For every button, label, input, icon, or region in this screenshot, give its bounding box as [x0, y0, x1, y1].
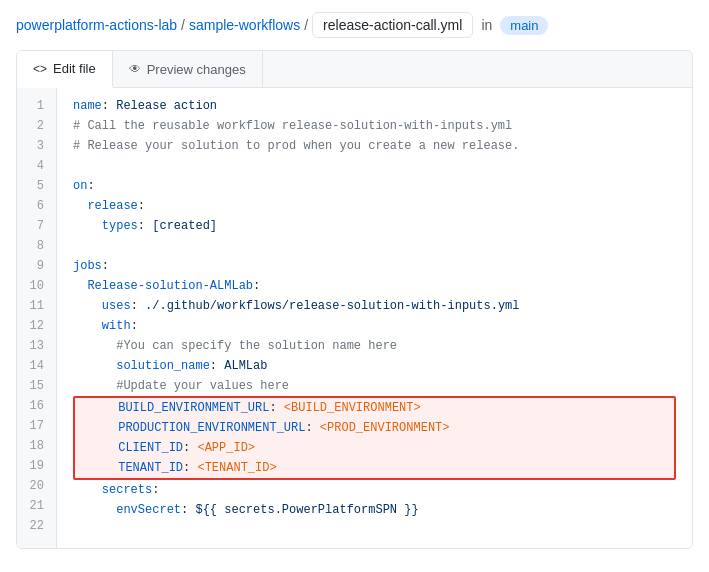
- separator1: /: [181, 17, 185, 33]
- code-line: BUILD_ENVIRONMENT_URL: <BUILD_ENVIRONMEN…: [75, 398, 674, 418]
- code-line: name: Release action: [73, 96, 676, 116]
- highlighted-block: BUILD_ENVIRONMENT_URL: <BUILD_ENVIRONMEN…: [73, 396, 676, 480]
- code-line: solution_name: ALMLab: [73, 356, 676, 376]
- folder-link[interactable]: sample-workflows: [189, 17, 300, 33]
- code-line: Release-solution-ALMLab:: [73, 276, 676, 296]
- eye-icon: 👁: [129, 62, 141, 76]
- line-number: 14: [29, 356, 44, 376]
- code-lines[interactable]: name: Release action# Call the reusable …: [57, 88, 692, 548]
- line-number: 18: [29, 436, 44, 456]
- in-label: in: [481, 17, 492, 33]
- code-area: 12345678910111213141516171819202122 name…: [17, 88, 692, 548]
- code-line: on:: [73, 176, 676, 196]
- code-line: [73, 236, 676, 256]
- branch-badge: main: [500, 16, 548, 35]
- line-number: 15: [29, 376, 44, 396]
- code-line: # Release your solution to prod when you…: [73, 136, 676, 156]
- line-number: 1: [29, 96, 44, 116]
- editor-container: <> Edit file 👁 Preview changes 123456789…: [16, 50, 693, 549]
- line-number: 13: [29, 336, 44, 356]
- line-numbers: 12345678910111213141516171819202122: [17, 88, 57, 548]
- line-number: 8: [29, 236, 44, 256]
- filename-box: release-action-call.yml: [312, 12, 473, 38]
- code-line: types: [created]: [73, 216, 676, 236]
- code-line: envSecret: ${{ secrets.PowerPlatformSPN …: [73, 500, 676, 520]
- breadcrumb: powerplatform-actions-lab / sample-workf…: [0, 0, 709, 50]
- repo-link[interactable]: powerplatform-actions-lab: [16, 17, 177, 33]
- line-number: 17: [29, 416, 44, 436]
- line-number: 7: [29, 216, 44, 236]
- tab-edit-label: Edit file: [53, 61, 96, 76]
- code-line: [73, 520, 676, 540]
- line-number: 21: [29, 496, 44, 516]
- code-line: #You can specify the solution name here: [73, 336, 676, 356]
- line-number: 9: [29, 256, 44, 276]
- line-number: 2: [29, 116, 44, 136]
- line-number: 6: [29, 196, 44, 216]
- tab-preview-label: Preview changes: [147, 62, 246, 77]
- code-line: PRODUCTION_ENVIRONMENT_URL: <PROD_ENVIRO…: [75, 418, 674, 438]
- code-line: [73, 156, 676, 176]
- code-line: jobs:: [73, 256, 676, 276]
- code-line: #Update your values here: [73, 376, 676, 396]
- line-number: 12: [29, 316, 44, 336]
- code-line: # Call the reusable workflow release-sol…: [73, 116, 676, 136]
- tabs: <> Edit file 👁 Preview changes: [17, 51, 692, 88]
- code-line: secrets:: [73, 480, 676, 500]
- line-number: 3: [29, 136, 44, 156]
- line-number: 11: [29, 296, 44, 316]
- tab-preview-changes[interactable]: 👁 Preview changes: [113, 51, 263, 87]
- code-line: uses: ./.github/workflows/release-soluti…: [73, 296, 676, 316]
- line-number: 20: [29, 476, 44, 496]
- edit-icon: <>: [33, 62, 47, 76]
- code-line: TENANT_ID: <TENANT_ID>: [75, 458, 674, 478]
- tab-edit-file[interactable]: <> Edit file: [17, 51, 113, 88]
- code-line: with:: [73, 316, 676, 336]
- line-number: 4: [29, 156, 44, 176]
- line-number: 22: [29, 516, 44, 536]
- line-number: 5: [29, 176, 44, 196]
- line-number: 10: [29, 276, 44, 296]
- line-number: 16: [29, 396, 44, 416]
- code-line: release:: [73, 196, 676, 216]
- code-line: CLIENT_ID: <APP_ID>: [75, 438, 674, 458]
- separator2: /: [304, 17, 308, 33]
- line-number: 19: [29, 456, 44, 476]
